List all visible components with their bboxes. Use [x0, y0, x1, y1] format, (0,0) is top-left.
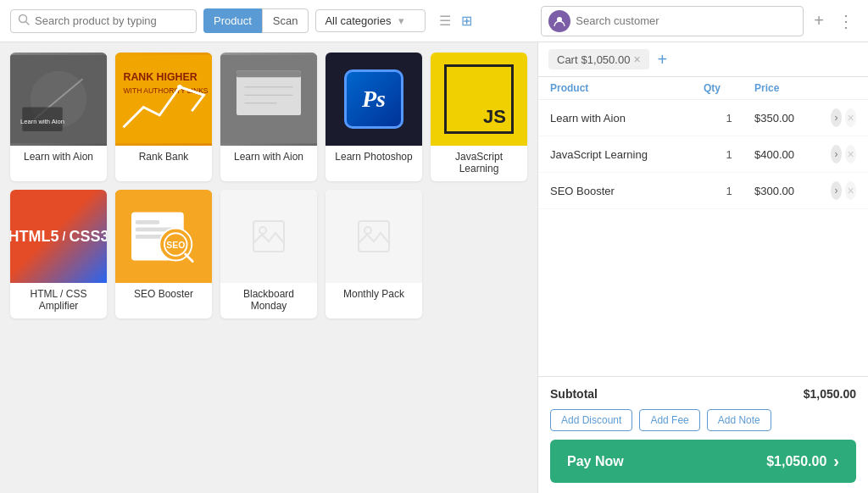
product-thumbnail: SEO	[115, 190, 212, 283]
product-card[interactable]: Learn with Aion	[220, 53, 317, 181]
cart-items: Learn with Aion 1 $350.00 › × JavaScript…	[538, 100, 868, 376]
product-thumbnail: Learn with Aion	[10, 53, 107, 146]
cart-item-detail-button[interactable]: ›	[831, 181, 842, 200]
product-card[interactable]: HTML5 / CSS3 HTML / CSS Amplifier	[10, 190, 107, 319]
svg-rect-22	[136, 220, 160, 224]
col-actions	[831, 82, 856, 94]
svg-line-1	[26, 21, 30, 25]
product-button[interactable]: Product	[203, 8, 262, 33]
subtotal-value: $1,050.00	[804, 387, 856, 401]
product-name: Learn with Aion	[220, 146, 317, 169]
cart-tabs: Cart $1,050.00 × +	[538, 42, 868, 77]
svg-text:RANK HIGHER: RANK HIGHER	[124, 71, 198, 83]
add-fee-button[interactable]: Add Fee	[639, 409, 699, 431]
product-name: SEO Booster	[115, 283, 212, 307]
cart-row: JavaScript Learning 1 $400.00 › ×	[538, 136, 868, 173]
cart-item-remove-button[interactable]: ×	[845, 108, 856, 127]
add-note-button[interactable]: Add Note	[707, 409, 771, 431]
col-product: Product	[550, 82, 704, 94]
product-thumbnail: RANK HIGHER WITH AUTHORITY LINKS	[115, 53, 212, 146]
cart-item-price: $300.00	[754, 185, 831, 197]
svg-text:WITH AUTHORITY LINKS: WITH AUTHORITY LINKS	[124, 86, 209, 95]
scan-button[interactable]: Scan	[262, 8, 309, 33]
more-options-button[interactable]: ⋮	[834, 11, 858, 31]
main-layout: Learn with Aion Learn with Aion RANK HIG…	[0, 42, 868, 493]
pay-now-amount: $1,050.00	[766, 454, 826, 469]
product-name: HTML / CSS Amplifier	[10, 283, 107, 319]
product-card[interactable]: SEO SEO Booster	[115, 190, 212, 319]
product-area: Learn with Aion Learn with Aion RANK HIG…	[0, 42, 537, 493]
cart-item-qty: 1	[704, 112, 754, 125]
cart-tab[interactable]: Cart $1,050.00 ×	[548, 49, 649, 69]
cart-row: Learn with Aion 1 $350.00 › ×	[538, 100, 868, 136]
cart-actions: Add Discount Add Fee Add Note	[550, 409, 856, 431]
add-discount-button[interactable]: Add Discount	[550, 409, 632, 431]
customer-avatar-icon	[548, 10, 570, 32]
product-card[interactable]: Monthly Pack	[326, 190, 422, 319]
product-thumbnail: HTML5 / CSS3	[10, 190, 107, 283]
product-card[interactable]: RANK HIGHER WITH AUTHORITY LINKS Rank Ba…	[115, 53, 212, 181]
search-product-icon	[18, 14, 30, 29]
product-name: Learn Photoshop	[326, 146, 422, 169]
cart-tab-amount: $1,050.00	[581, 53, 631, 66]
product-card[interactable]: Ps Learn Photoshop	[326, 53, 422, 181]
subtotal-row: Subtotal $1,050.00	[550, 387, 856, 401]
product-card[interactable]: Blackboard Monday	[220, 190, 317, 319]
product-scan-toggle: Product Scan	[203, 8, 309, 33]
add-cart-tab-button[interactable]: +	[654, 50, 671, 69]
svg-point-30	[259, 227, 266, 234]
product-name: JavaScript Learning	[431, 146, 527, 181]
chevron-down-icon: ▾	[398, 14, 404, 27]
cart-item-qty: 1	[704, 185, 754, 197]
cart-table-header: Product Qty Price	[538, 77, 868, 100]
cart-panel: Cart $1,050.00 × + Product Qty Price Lea…	[537, 42, 868, 493]
cart-item-price: $400.00	[754, 148, 831, 161]
product-grid: Learn with Aion Learn with Aion RANK HIG…	[10, 53, 527, 319]
pay-arrow-icon: ›	[833, 451, 839, 471]
col-qty: Qty	[704, 82, 754, 94]
product-thumbnail	[220, 53, 317, 146]
cart-row-actions: › ×	[831, 108, 856, 127]
category-label: All categories	[325, 14, 391, 27]
product-thumbnail	[220, 190, 317, 283]
svg-text:Learn with Aion: Learn with Aion	[20, 118, 64, 125]
product-thumbnail: Ps	[326, 53, 422, 146]
search-customer-wrap	[541, 6, 804, 36]
cart-item-name: SEO Booster	[550, 185, 704, 197]
col-price: Price	[754, 82, 831, 94]
product-thumbnail: JS	[431, 53, 527, 146]
cart-item-remove-button[interactable]: ×	[845, 145, 856, 163]
svg-rect-9	[115, 55, 212, 144]
search-product-input[interactable]	[35, 14, 189, 27]
cart-footer: Subtotal $1,050.00 Add Discount Add Fee …	[538, 376, 868, 493]
cart-item-name: JavaScript Learning	[550, 148, 704, 161]
svg-text:SEO: SEO	[166, 241, 185, 250]
product-thumbnail	[326, 190, 422, 283]
cart-row-actions: › ×	[831, 145, 856, 163]
list-view-button[interactable]: ☰	[436, 11, 454, 30]
search-product-wrap	[10, 9, 197, 33]
cart-item-detail-button[interactable]: ›	[831, 145, 842, 163]
cart-row-actions: › ×	[831, 181, 856, 200]
product-card[interactable]: JS JavaScript Learning	[431, 53, 527, 181]
cart-item-detail-button[interactable]: ›	[831, 108, 842, 127]
svg-rect-15	[236, 71, 301, 115]
category-dropdown[interactable]: All categories ▾	[315, 9, 426, 32]
top-bar: Product Scan All categories ▾ ☰ ⊞ + ⋮	[0, 0, 868, 42]
search-customer-input[interactable]	[576, 14, 796, 27]
cart-tab-close-icon[interactable]: ×	[633, 53, 640, 66]
cart-item-remove-button[interactable]: ×	[845, 181, 856, 200]
product-name: Rank Bank	[115, 146, 212, 169]
subtotal-label: Subtotal	[550, 387, 598, 401]
svg-point-12	[177, 85, 182, 90]
add-customer-button[interactable]: +	[810, 11, 827, 30]
cart-row: SEO Booster 1 $300.00 › ×	[538, 173, 868, 209]
product-name: Blackboard Monday	[220, 283, 317, 319]
product-card[interactable]: Learn with Aion Learn with Aion	[10, 53, 107, 181]
pay-now-label: Pay Now	[567, 454, 624, 469]
cart-item-price: $350.00	[754, 112, 831, 125]
grid-view-button[interactable]: ⊞	[458, 11, 476, 30]
cart-tab-label: Cart	[557, 53, 578, 66]
pay-now-button[interactable]: Pay Now $1,050.00 ›	[550, 440, 856, 483]
product-name: Learn with Aion	[10, 146, 107, 169]
